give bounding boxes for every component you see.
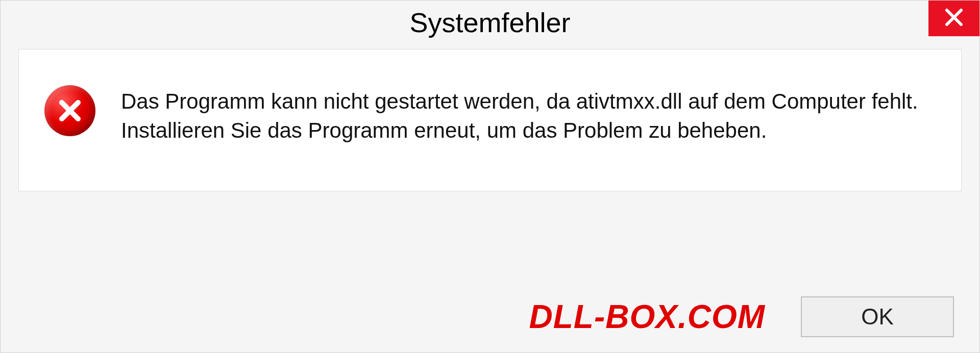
content-panel: Das Programm kann nicht gestartet werden… [18,49,962,191]
close-button[interactable] [928,1,979,36]
titlebar: Systemfehler [1,1,979,44]
dialog-title: Systemfehler [409,7,570,38]
dialog-footer: DLL-BOX.COM OK [1,296,979,337]
watermark-text: DLL-BOX.COM [529,298,766,336]
error-dialog: Systemfehler Das Programm kann nicht ges… [0,0,980,353]
ok-button[interactable]: OK [801,296,954,337]
close-icon [944,7,964,30]
error-icon [44,85,95,136]
error-message: Das Programm kann nicht gestartet werden… [121,85,936,145]
